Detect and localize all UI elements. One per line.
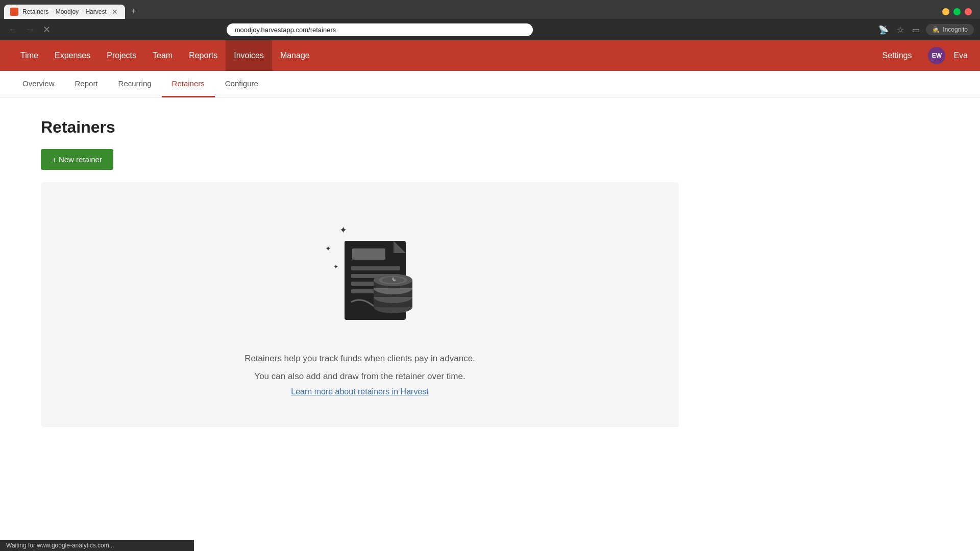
back-button[interactable]: ← <box>6 22 19 37</box>
tab-favicon <box>10 8 18 16</box>
sub-nav: Overview Report Recurring Retainers Conf… <box>0 71 980 97</box>
nav-manage[interactable]: Manage <box>272 40 318 71</box>
nav-invoices[interactable]: Invoices <box>226 40 272 71</box>
svg-rect-7 <box>351 266 400 270</box>
empty-state-line2: You can also add and draw from the retai… <box>254 369 465 383</box>
svg-text:✦: ✦ <box>333 263 338 270</box>
new-tab-button[interactable]: + <box>127 4 141 19</box>
subnav-recurring[interactable]: Recurring <box>108 71 162 97</box>
user-name: Eva <box>953 51 968 60</box>
empty-state-line1: Retainers help you track funds when clie… <box>244 352 475 365</box>
minimize-button[interactable] <box>942 8 949 15</box>
empty-state: ✦ ✦ ✦ <box>41 182 679 427</box>
browser-window: Retainers – Moodjoy – Harvest ✕ + ← → ✕ … <box>0 0 980 40</box>
user-avatar: EW <box>928 47 945 64</box>
incognito-badge[interactable]: 🕵️ Incognito <box>926 24 974 35</box>
address-bar[interactable]: moodjoy.harvestapp.com/retainers <box>227 23 533 36</box>
retainer-illustration: ✦ ✦ ✦ <box>293 213 426 335</box>
top-nav-right: Settings EW Eva <box>874 40 968 71</box>
active-tab[interactable]: Retainers – Moodjoy – Harvest ✕ <box>4 5 125 19</box>
nav-expenses[interactable]: Expenses <box>46 40 99 71</box>
nav-projects[interactable]: Projects <box>99 40 144 71</box>
page-title: Retainers <box>41 118 674 137</box>
tab-bar: Retainers – Moodjoy – Harvest ✕ + <box>0 0 980 19</box>
main-content: Retainers + New retainer ✦ ✦ ✦ <box>0 97 715 447</box>
incognito-icon: 🕵️ <box>932 26 940 33</box>
subnav-configure[interactable]: Configure <box>215 71 268 97</box>
settings-link[interactable]: Settings <box>874 40 920 71</box>
bookmark-icon[interactable]: ☆ <box>895 23 906 37</box>
svg-rect-6 <box>352 248 385 260</box>
tab-close-icon[interactable]: ✕ <box>111 8 119 16</box>
top-nav: Time Expenses Projects Team Reports Invo… <box>0 40 980 71</box>
nav-time[interactable]: Time <box>12 40 46 71</box>
app-wrapper: Time Expenses Projects Team Reports Invo… <box>0 40 980 499</box>
new-retainer-button[interactable]: + New retainer <box>41 149 113 170</box>
tab-title: Retainers – Moodjoy – Harvest <box>22 8 107 15</box>
subnav-report[interactable]: Report <box>65 71 108 97</box>
svg-text:✦: ✦ <box>325 244 331 253</box>
incognito-label: Incognito <box>943 26 968 33</box>
reload-button[interactable]: ✕ <box>41 22 53 37</box>
nav-team[interactable]: Team <box>144 40 181 71</box>
maximize-button[interactable] <box>953 8 961 15</box>
browser-toolbar: ← → ✕ moodjoy.harvestapp.com/retainers 📡… <box>0 19 980 40</box>
subnav-overview[interactable]: Overview <box>12 71 65 97</box>
subnav-retainers[interactable]: Retainers <box>162 71 215 97</box>
cast-icon[interactable]: 📡 <box>876 23 891 37</box>
learn-more-link[interactable]: Learn more about retainers in Harvest <box>291 387 428 396</box>
svg-text:✦: ✦ <box>339 225 347 235</box>
nav-reports[interactable]: Reports <box>181 40 226 71</box>
url-text: moodjoy.harvestapp.com/retainers <box>235 26 525 34</box>
toolbar-right: 📡 ☆ ▭ 🕵️ Incognito <box>876 23 974 37</box>
side-panel-icon[interactable]: ▭ <box>910 23 922 37</box>
forward-button[interactable]: → <box>23 22 37 37</box>
window-controls <box>942 8 976 15</box>
close-button[interactable] <box>965 8 972 15</box>
